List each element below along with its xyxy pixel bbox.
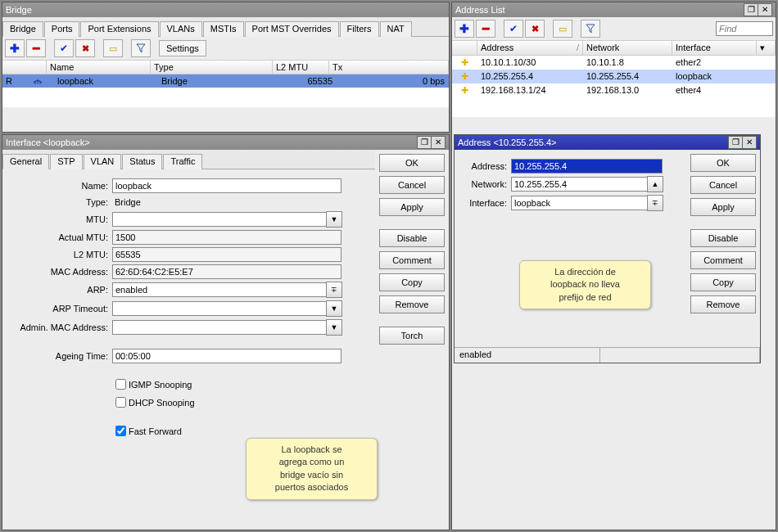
close-icon: ✕	[746, 138, 753, 147]
tab-port-extensions[interactable]: Port Extensions	[80, 21, 158, 37]
apply-button[interactable]: Apply	[690, 198, 756, 216]
tab-nat[interactable]: NAT	[380, 21, 412, 37]
comment-button[interactable]: Comment	[379, 251, 445, 269]
tab-filters-bridge[interactable]: Filters	[340, 21, 379, 37]
mtu-field[interactable]	[112, 212, 327, 227]
col-tx[interactable]: Tx	[329, 61, 449, 74]
interface-label: Interface:	[458, 198, 511, 208]
addr-title: Address <10.255.255.4>	[458, 138, 556, 147]
tab-status[interactable]: Status	[122, 154, 162, 169]
tab-ports[interactable]: Ports	[44, 21, 80, 37]
settings-button[interactable]: Settings	[159, 40, 206, 56]
arpto-field[interactable]	[112, 301, 327, 316]
enable-button[interactable]: ✔	[54, 39, 74, 57]
tab-stp[interactable]: STP	[50, 154, 82, 169]
col-name[interactable]: Name	[47, 61, 151, 74]
col-interface[interactable]: Interface	[672, 41, 757, 55]
ff-checkbox[interactable]	[115, 426, 126, 436]
close-button[interactable]: ✕	[742, 136, 757, 149]
row-flag: R	[2, 74, 21, 88]
ok-button[interactable]: OK	[690, 154, 756, 172]
name-field[interactable]	[112, 178, 342, 193]
col-network[interactable]: Network	[583, 41, 672, 55]
ok-button[interactable]: OK	[379, 154, 445, 172]
col-address[interactable]: Address	[481, 43, 513, 53]
add-button[interactable]: ✚	[5, 39, 25, 57]
tab-vlans[interactable]: VLANs	[160, 21, 202, 37]
enable-button[interactable]: ✔	[504, 20, 523, 38]
interface-field[interactable]	[511, 196, 648, 210]
tab-traffic[interactable]: Traffic	[163, 154, 202, 169]
cancel-button[interactable]: Cancel	[690, 176, 756, 194]
apply-button[interactable]: Apply	[379, 198, 445, 216]
adminmac-expand[interactable]: ▼	[326, 319, 342, 336]
col-type[interactable]: Type	[151, 61, 273, 74]
address-row[interactable]: ✚ 10.10.1.10/30 10.10.1.8 ether2	[452, 56, 776, 70]
address-window: Address <10.255.255.4> ❐ ✕ Address: Netw…	[454, 134, 761, 363]
interface-dropdown[interactable]: ∓	[647, 195, 663, 211]
mac-field	[112, 264, 342, 279]
arp-dropdown[interactable]: ∓	[326, 282, 342, 298]
maximize-button[interactable]: ❐	[744, 3, 758, 16]
address-row[interactable]: ✚ 192.168.13.1/24 192.168.13.0 ether4	[452, 83, 776, 97]
ageing-field[interactable]	[112, 349, 342, 363]
copy-button[interactable]: Copy	[379, 273, 445, 291]
remove-button[interactable]: ━	[26, 39, 46, 57]
disable-button[interactable]: ✖	[525, 20, 545, 38]
comment-button[interactable]: Comment	[690, 251, 756, 269]
disable-button[interactable]: ✖	[75, 39, 95, 57]
amtu-field	[112, 230, 342, 245]
maximize-icon: ❐	[421, 138, 428, 147]
tab-vlan[interactable]: VLAN	[84, 154, 122, 169]
close-button[interactable]: ✕	[758, 3, 772, 16]
ageing-label: Ageing Time:	[6, 351, 112, 361]
addr-buttons: OK Cancel Apply Disable Comment Copy Rem…	[686, 150, 760, 318]
comment-icon: ▭	[559, 24, 567, 34]
add-button[interactable]: ✚	[455, 20, 474, 38]
check-icon: ✔	[509, 23, 518, 34]
maximize-button[interactable]: ❐	[728, 136, 743, 149]
cancel-button[interactable]: Cancel	[379, 176, 445, 194]
network-field[interactable]	[511, 177, 648, 192]
remove-button[interactable]: ━	[476, 20, 495, 38]
filter-button[interactable]	[131, 39, 151, 57]
plus-icon: ✚	[10, 42, 20, 55]
find-input[interactable]	[716, 21, 773, 36]
remove-button[interactable]: Remove	[690, 295, 756, 313]
comment-button[interactable]: ▭	[103, 39, 123, 57]
tab-mstis[interactable]: MSTIs	[203, 21, 244, 37]
address-icon: ✚	[461, 71, 468, 81]
tab-port-mst-overrides[interactable]: Port MST Overrides	[245, 21, 339, 37]
dhcp-checkbox[interactable]	[115, 397, 126, 408]
arp-field[interactable]	[112, 282, 327, 297]
adminmac-label: Admin. MAC Address:	[6, 322, 112, 332]
remove-button[interactable]: Remove	[379, 295, 445, 313]
filter-button[interactable]	[581, 20, 600, 38]
maximize-button[interactable]: ❐	[417, 136, 432, 149]
row-address: 10.10.1.10/30	[477, 56, 583, 70]
addrlist-header: Address/ Network Interface ▾	[452, 41, 776, 56]
row-network: 10.10.1.8	[583, 56, 672, 70]
bridge-row[interactable]: R loopback Bridge 65535 0 bps	[2, 74, 449, 88]
col-l2mtu[interactable]: L2 MTU	[273, 61, 329, 74]
torch-button[interactable]: Torch	[379, 327, 445, 345]
tab-general[interactable]: General	[2, 154, 49, 169]
address-field[interactable]	[511, 159, 663, 174]
igmp-checkbox[interactable]	[115, 379, 126, 390]
close-button[interactable]: ✕	[431, 136, 446, 149]
row-l2mtu: 65535	[280, 74, 337, 88]
mac-label: MAC Address:	[6, 267, 112, 277]
adminmac-field[interactable]	[112, 320, 327, 335]
copy-button[interactable]: Copy	[690, 273, 756, 291]
network-expand[interactable]: ▲	[647, 176, 663, 192]
address-row[interactable]: ✚ 10.255.255.4 10.255.255.4 loopback	[452, 70, 776, 83]
disable-button[interactable]: Disable	[379, 229, 445, 247]
maximize-icon: ❐	[748, 6, 755, 14]
col-picker[interactable]: ▾	[757, 41, 776, 55]
disable-button[interactable]: Disable	[690, 229, 756, 247]
tab-bridge[interactable]: Bridge	[2, 21, 43, 37]
arpto-expand[interactable]: ▼	[326, 300, 342, 317]
mtu-expand[interactable]: ▼	[326, 211, 342, 228]
bridge-title: Bridge	[6, 5, 32, 15]
comment-button[interactable]: ▭	[553, 20, 572, 38]
